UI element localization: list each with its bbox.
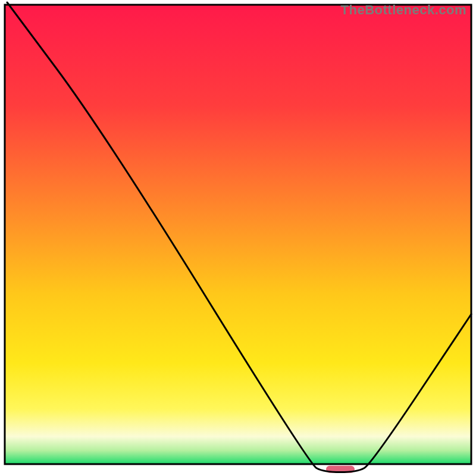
- gradient-background: [5, 5, 471, 464]
- watermark-text: TheBottleneck.com: [341, 2, 466, 18]
- bottleneck-chart: [0, 0, 476, 476]
